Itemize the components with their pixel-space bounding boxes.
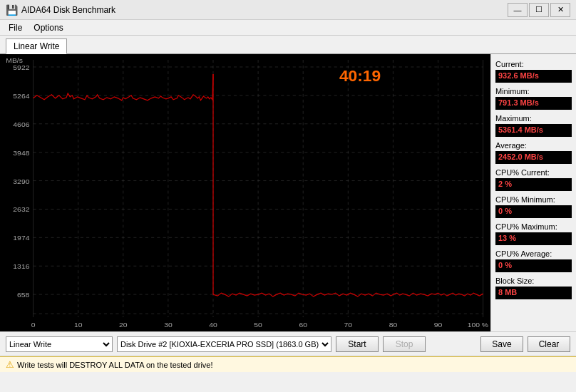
window-title: AIDA64 Disk Benchmark — [21, 5, 508, 15]
cpu-maximum-value: 13 % — [495, 232, 572, 245]
chart-svg: 5922 5264 4606 3948 3290 2632 1974 1316 … — [0, 54, 490, 331]
close-button[interactable]: ✕ — [550, 3, 570, 17]
tab-area: Linear Write — [0, 36, 576, 54]
maximum-label: Maximum: — [495, 114, 572, 123]
app-icon: 💾 — [6, 4, 17, 16]
current-label: Current: — [495, 60, 572, 68]
start-button[interactable]: Start — [336, 336, 379, 352]
minimize-button[interactable]: — — [508, 3, 528, 17]
cpu-average-label: CPU% Average: — [495, 249, 572, 258]
minimum-label: Minimum: — [495, 87, 572, 96]
svg-text:5922: 5922 — [13, 63, 29, 71]
svg-text:60: 60 — [299, 321, 307, 329]
svg-text:80: 80 — [389, 321, 398, 329]
svg-text:10: 10 — [74, 321, 83, 329]
svg-text:1974: 1974 — [13, 234, 29, 242]
average-value: 2452.0 MB/s — [495, 151, 572, 164]
menubar: File Options — [0, 20, 576, 36]
cpu-average-value: 0 % — [495, 259, 572, 272]
average-label: Average: — [495, 141, 572, 150]
bottom-controls: Linear Write Disk Drive #2 [KIOXIA-EXCER… — [0, 332, 576, 356]
clear-button[interactable]: Clear — [528, 336, 570, 352]
warning-bar: ⚠ Write tests will DESTROY ALL DATA on t… — [0, 356, 576, 372]
svg-text:MB/s: MB/s — [6, 56, 23, 64]
svg-text:40:19: 40:19 — [339, 67, 381, 85]
svg-text:50: 50 — [254, 321, 262, 329]
minimum-value: 791.3 MB/s — [495, 97, 572, 110]
window-controls: — ☐ ✕ — [508, 3, 570, 17]
svg-text:20: 20 — [119, 321, 128, 329]
svg-text:30: 30 — [164, 321, 173, 329]
titlebar: 💾 AIDA64 Disk Benchmark — ☐ ✕ — [0, 0, 576, 20]
svg-text:0: 0 — [31, 321, 36, 329]
blocksize-value: 8 MB — [495, 287, 572, 299]
svg-text:4606: 4606 — [13, 120, 29, 128]
stats-panel: Current: 932.6 MB/s Minimum: 791.3 MB/s … — [490, 54, 576, 331]
svg-text:5264: 5264 — [13, 92, 29, 100]
svg-text:3290: 3290 — [13, 177, 29, 185]
svg-text:2632: 2632 — [13, 206, 29, 214]
tab-linear-write[interactable]: Linear Write — [6, 38, 67, 54]
svg-text:40: 40 — [209, 321, 217, 329]
cpu-maximum-label: CPU% Maximum: — [495, 222, 572, 231]
menu-options[interactable]: Options — [28, 21, 68, 34]
maximize-button[interactable]: ☐ — [529, 3, 549, 17]
svg-text:100 %: 100 % — [468, 321, 488, 329]
cpu-current-label: CPU% Current: — [495, 168, 572, 177]
cpu-current-value: 2 % — [495, 178, 572, 191]
blocksize-label: Block Size: — [495, 277, 572, 285]
main-content: 5922 5264 4606 3948 3290 2632 1974 1316 … — [0, 54, 576, 332]
svg-text:658: 658 — [17, 291, 30, 299]
svg-text:90: 90 — [434, 321, 443, 329]
cpu-minimum-value: 0 % — [495, 205, 572, 218]
svg-text:1316: 1316 — [13, 262, 29, 270]
current-value: 932.6 MB/s — [495, 70, 572, 83]
test-select[interactable]: Linear Write — [6, 336, 113, 352]
svg-text:70: 70 — [344, 321, 353, 329]
drive-select[interactable]: Disk Drive #2 [KIOXIA-EXCERIA PRO SSD] (… — [117, 336, 331, 352]
chart-area: 5922 5264 4606 3948 3290 2632 1974 1316 … — [0, 54, 490, 331]
stop-button[interactable]: Stop — [383, 336, 426, 352]
menu-file[interactable]: File — [3, 21, 28, 34]
warning-icon: ⚠ — [6, 359, 14, 370]
svg-text:3948: 3948 — [13, 149, 29, 157]
warning-text: Write tests will DESTROY ALL DATA on the… — [17, 361, 213, 369]
save-button[interactable]: Save — [480, 336, 523, 352]
maximum-value: 5361.4 MB/s — [495, 124, 572, 137]
cpu-minimum-label: CPU% Minimum: — [495, 195, 572, 204]
